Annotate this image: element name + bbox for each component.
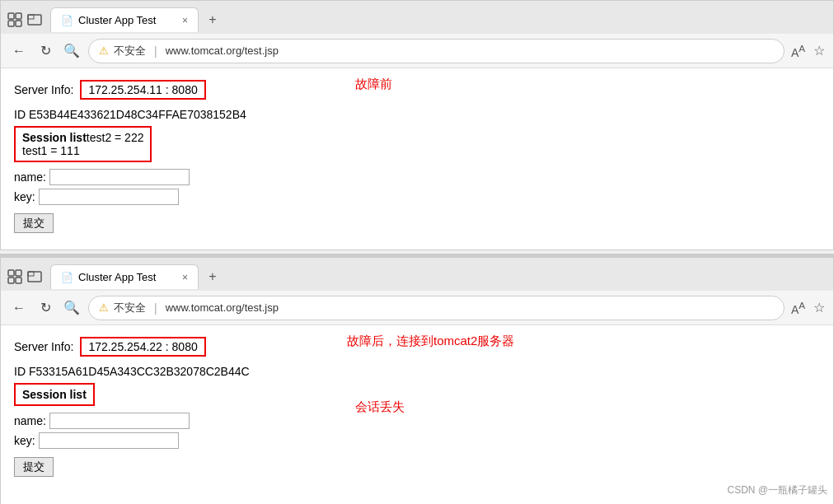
tab-close-1[interactable]: × (182, 15, 188, 26)
browser-window-1: 📄 Cluster App Test × + ← ↻ 🔍 ⚠ 不安全 | www… (0, 0, 834, 250)
name-input-1[interactable] (49, 169, 190, 185)
watermark: CSDN @一瓶橘子罐头 (727, 483, 827, 497)
window-controls (7, 12, 42, 27)
name-row-1: name: (14, 169, 820, 185)
name-label-2: name: (14, 414, 46, 427)
tab-bar-2: 📄 Cluster App Test × + (1, 258, 833, 291)
name-row-2: name: (14, 413, 820, 429)
session-item1-1: test2 = 222 (87, 131, 144, 144)
svg-rect-7 (16, 270, 21, 276)
address-bar-1: ← ↻ 🔍 ⚠ 不安全 | www.tomcat.org/test.jsp AA… (1, 34, 833, 68)
tab-icon-left-1 (27, 12, 42, 27)
not-secure-label-1: 不安全 (114, 44, 146, 58)
back-btn-2[interactable]: ← (9, 301, 29, 315)
svg-rect-10 (28, 272, 41, 282)
address-bar-right-1: AA ☆ (791, 43, 825, 59)
session-list-box-1: Session listtest2 = 222 test1 = 111 (14, 126, 152, 162)
address-bar-right-2: AA ☆ (791, 300, 825, 316)
font-adjust-icon-1: AA (791, 43, 805, 59)
server-info-label-2: Server Info: (14, 340, 73, 353)
tab-label-2: Cluster App Test (78, 271, 156, 283)
back-btn-1[interactable]: ← (9, 44, 29, 58)
annotation-before: 故障前 (355, 77, 392, 92)
server-info-label-1: Server Info: (14, 83, 73, 96)
session-id-2: ID F53315A61D45A343CC32B32078C2B44C (14, 365, 820, 378)
active-tab-2[interactable]: 📄 Cluster App Test × (50, 264, 199, 289)
warning-icon-2: ⚠ (99, 301, 109, 314)
tab-page-icon-2: 📄 (61, 272, 73, 283)
session-list-title-2: Session list (22, 388, 87, 401)
key-input-1[interactable] (39, 189, 179, 205)
browser-icon-1 (7, 12, 22, 27)
key-label-1: key: (14, 190, 35, 203)
font-adjust-icon-2: AA (791, 300, 805, 316)
refresh-btn-2[interactable]: ↻ (35, 300, 55, 315)
server-info-line-1: Server Info: 172.25.254.11 : 8080 (14, 80, 820, 100)
favorites-icon-2[interactable]: ☆ (813, 300, 825, 316)
not-secure-label-2: 不安全 (114, 301, 146, 315)
tab-label-1: Cluster App Test (78, 14, 156, 26)
svg-rect-2 (8, 21, 14, 26)
svg-rect-6 (8, 270, 14, 276)
search-btn-1[interactable]: 🔍 (62, 43, 82, 58)
warning-icon-1: ⚠ (99, 44, 109, 57)
browser-window-2: 📄 Cluster App Test × + ← ↻ 🔍 ⚠ 不安全 | www… (0, 257, 834, 504)
server-info-value-2: 172.25.254.22 : 8080 (80, 337, 205, 357)
key-row-2: key: (14, 432, 820, 449)
annotation-session-lost: 会话丢失 (355, 399, 405, 415)
browser-icon-2 (7, 269, 22, 284)
refresh-btn-1[interactable]: ↻ (35, 43, 55, 58)
svg-rect-1 (16, 13, 21, 19)
name-input-2[interactable] (49, 413, 190, 429)
svg-rect-0 (8, 13, 14, 19)
url-text-1: www.tomcat.org/test.jsp (166, 44, 279, 57)
name-label-1: name: (14, 170, 46, 184)
url-bar-1[interactable]: ⚠ 不安全 | www.tomcat.org/test.jsp (88, 39, 785, 63)
favorites-icon-1[interactable]: ☆ (813, 43, 825, 59)
server-info-value-1: 172.25.254.11 : 8080 (80, 80, 205, 100)
page-content-2: 故障后，连接到tomcat2服务器 会话丢失 Server Info: 172.… (1, 325, 833, 504)
svg-rect-3 (16, 21, 21, 26)
svg-rect-8 (8, 278, 14, 283)
new-tab-btn-1[interactable]: + (202, 9, 223, 30)
tab-page-icon-1: 📄 (61, 15, 73, 26)
svg-rect-9 (16, 278, 21, 283)
url-separator-1: | (154, 44, 157, 58)
session-id-1: ID E53B44E433621D48C34FFAE7038152B4 (14, 108, 820, 121)
key-label-2: key: (14, 434, 35, 447)
session-item2-1: test1 = 111 (22, 144, 143, 157)
session-list-title-1: Session list (22, 131, 87, 144)
tab-bar-1: 📄 Cluster App Test × + (1, 1, 833, 34)
key-input-2[interactable] (39, 432, 179, 449)
page-content-1: 故障前 Server Info: 172.25.254.11 : 8080 ID… (1, 68, 833, 250)
submit-btn-2[interactable]: 提交 (14, 457, 54, 477)
key-row-1: key: (14, 189, 820, 205)
new-tab-btn-2[interactable]: + (202, 266, 223, 287)
session-list-box-2: Session list (14, 383, 95, 406)
annotation-after: 故障后，连接到tomcat2服务器 (347, 334, 514, 349)
search-btn-2[interactable]: 🔍 (62, 300, 82, 315)
tab-icon-left-2 (27, 269, 42, 284)
svg-rect-4 (28, 15, 41, 25)
window-controls-2 (7, 269, 42, 284)
submit-btn-1[interactable]: 提交 (14, 213, 54, 233)
url-text-2: www.tomcat.org/test.jsp (166, 301, 279, 314)
session-list-title-row-1: Session listtest2 = 222 (22, 131, 143, 144)
url-separator-2: | (154, 301, 157, 315)
address-bar-2: ← ↻ 🔍 ⚠ 不安全 | www.tomcat.org/test.jsp AA… (1, 291, 833, 325)
tab-close-2[interactable]: × (182, 272, 188, 283)
url-bar-2[interactable]: ⚠ 不安全 | www.tomcat.org/test.jsp (88, 296, 785, 320)
active-tab-1[interactable]: 📄 Cluster App Test × (50, 7, 199, 32)
